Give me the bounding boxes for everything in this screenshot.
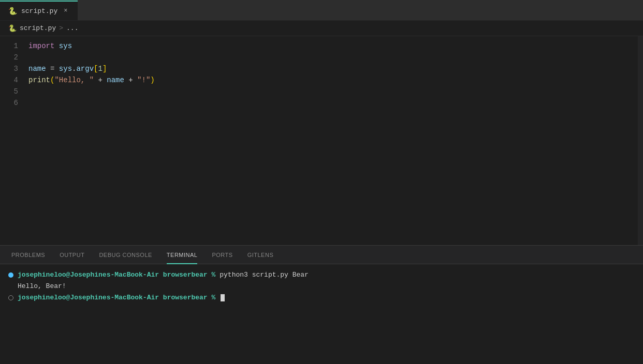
terminal-line-2: Hello, Bear! (8, 281, 635, 292)
breadcrumb-file-icon: 🐍 (8, 24, 17, 33)
line-content-3: name = sys.argv[1] (28, 63, 107, 74)
terminal-output: Hello, Bear! (18, 281, 66, 292)
breadcrumb-dots: ... (66, 24, 78, 32)
tab-label: script.py (21, 7, 57, 15)
line-content-4: print("Hello, " + name + "!") (28, 74, 155, 86)
terminal-line-3: josephineloo@Josephines-MacBook-Air brow… (8, 292, 635, 304)
code-area: 1 import sys 2 3 name = sys.argv[1] 4 pr… (0, 36, 643, 113)
tab-script-py[interactable]: 🐍 script.py × (0, 1, 78, 20)
panel-tabs: PROBLEMS OUTPUT DEBUG CONSOLE TERMINAL P… (0, 246, 643, 264)
terminal-dot-blue (8, 272, 13, 278)
tab-terminal[interactable]: TERMINAL (159, 246, 205, 264)
code-line-2: 2 (0, 52, 643, 63)
terminal-command: python3 script.py Bear (220, 269, 309, 281)
tab-problems[interactable]: PROBLEMS (4, 246, 52, 264)
code-editor[interactable]: 1 import sys 2 3 name = sys.argv[1] 4 pr… (0, 36, 643, 245)
tab-gitlens[interactable]: GITLENS (240, 246, 281, 264)
code-line-4: 4 print("Hello, " + name + "!") (0, 74, 643, 86)
code-line-6: 6 (0, 97, 643, 109)
breadcrumb-filename[interactable]: script.py (20, 24, 56, 32)
code-line-1: 1 import sys (0, 40, 643, 52)
tab-close-button[interactable]: × (62, 6, 69, 16)
breadcrumb: 🐍 script.py > ... (0, 21, 643, 36)
line-number-6: 6 (0, 97, 28, 109)
tab-ports[interactable]: PORTS (204, 246, 240, 264)
terminal-cursor (221, 294, 225, 301)
tab-bar: 🐍 script.py × (0, 0, 643, 21)
python-file-icon: 🐍 (8, 7, 17, 16)
line-number-5: 5 (0, 86, 28, 97)
line-number-2: 2 (0, 52, 28, 63)
terminal-panel: PROBLEMS OUTPUT DEBUG CONSOLE TERMINAL P… (0, 245, 643, 364)
line-number-1: 1 (0, 40, 28, 52)
editor-wrapper: 1 import sys 2 3 name = sys.argv[1] 4 pr… (0, 36, 643, 245)
line-number-4: 4 (0, 74, 28, 86)
line-content-1: import sys (28, 40, 72, 52)
terminal-prompt-2: josephineloo@Josephines-MacBook-Air brow… (18, 292, 215, 304)
code-line-5: 5 (0, 86, 643, 97)
tab-output[interactable]: OUTPUT (52, 246, 92, 264)
minimap (638, 36, 643, 245)
code-line-3: 3 name = sys.argv[1] (0, 63, 643, 74)
terminal-dot-grey (8, 295, 13, 300)
breadcrumb-separator: > (59, 24, 63, 32)
tab-debug-console[interactable]: DEBUG CONSOLE (92, 246, 159, 264)
line-number-3: 3 (0, 63, 28, 74)
terminal-prompt-1: josephineloo@Josephines-MacBook-Air brow… (18, 269, 215, 281)
terminal-line-1: josephineloo@Josephines-MacBook-Air brow… (8, 269, 635, 281)
terminal-content[interactable]: josephineloo@Josephines-MacBook-Air brow… (0, 264, 643, 364)
